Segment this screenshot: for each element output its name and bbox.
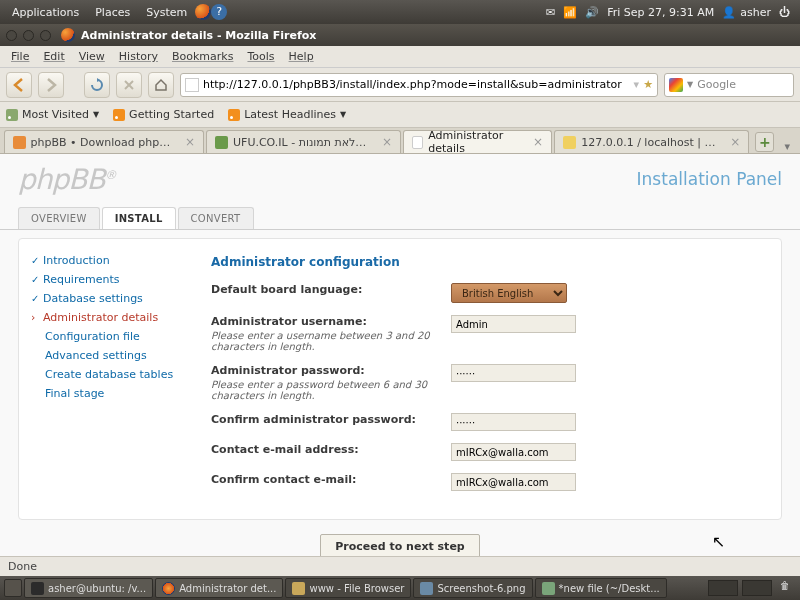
folder-icon [292, 582, 305, 595]
task-image-viewer[interactable]: Screenshot-6.png [413, 578, 532, 598]
bookmark-latest-headlines[interactable]: Latest Headlines▼ [228, 108, 346, 121]
site-favicon [215, 136, 228, 149]
system-tray: ✉ 📶 🔊 Fri Sep 27, 9:31 AM 👤asher ⏻ [546, 6, 796, 19]
forward-button[interactable] [38, 72, 64, 98]
network-icon[interactable]: 📶 [563, 6, 577, 19]
installation-panel-label: Installation Panel [637, 169, 782, 189]
gedit-icon [542, 582, 555, 595]
username-hint: Please enter a username between 3 and 20… [211, 330, 451, 352]
site-favicon [412, 136, 423, 149]
tabs-dropdown-button[interactable]: ▾ [778, 140, 796, 153]
password-input[interactable] [451, 364, 576, 382]
sidebar-item-advanced[interactable]: Advanced settings [19, 346, 189, 365]
new-tab-button[interactable]: + [755, 132, 774, 152]
confirm-password-input[interactable] [451, 413, 576, 431]
menu-edit[interactable]: Edit [36, 50, 71, 63]
email-input[interactable] [451, 443, 576, 461]
show-desktop-button[interactable] [4, 579, 22, 597]
close-icon[interactable]: × [730, 135, 740, 149]
menu-places[interactable]: Places [87, 6, 138, 19]
status-text: Done [8, 560, 37, 573]
tab-administrator-details[interactable]: Administrator details× [403, 130, 552, 153]
task-file-browser[interactable]: www - File Browser [285, 578, 411, 598]
phpbb-logo: phpBB® [18, 163, 116, 196]
mail-icon[interactable]: ✉ [546, 6, 555, 19]
firefox-launcher-icon[interactable] [195, 4, 211, 20]
home-button[interactable] [148, 72, 174, 98]
menu-history[interactable]: History [112, 50, 165, 63]
menu-view[interactable]: View [72, 50, 112, 63]
menu-tools[interactable]: Tools [240, 50, 281, 63]
menu-applications[interactable]: Applications [4, 6, 87, 19]
bookmark-most-visited[interactable]: Most Visited▼ [6, 108, 99, 121]
confirm-email-label: Confirm contact e-mail: [211, 473, 356, 486]
rss-icon [113, 109, 125, 121]
firefox-icon [162, 582, 175, 595]
username-input[interactable] [451, 315, 576, 333]
username-label: Administrator username: [211, 315, 367, 328]
firefox-menubar: File Edit View History Bookmarks Tools H… [0, 46, 800, 68]
feed-icon[interactable]: ▾ [634, 78, 640, 91]
sidebar-item-introduction[interactable]: Introduction [19, 251, 189, 270]
close-icon[interactable]: × [533, 135, 543, 149]
url-bar[interactable]: ▾ ★ [180, 73, 658, 97]
bookmark-getting-started[interactable]: Getting Started [113, 108, 214, 121]
menu-system[interactable]: System [138, 6, 195, 19]
image-icon [420, 582, 433, 595]
gnome-top-panel: Applications Places System ? ✉ 📶 🔊 Fri S… [0, 0, 800, 24]
task-firefox[interactable]: Administrator det... [155, 578, 283, 598]
window-max-button[interactable] [40, 30, 51, 41]
tab-phpbb-download[interactable]: phpBB • Download phpBB3× [4, 130, 204, 153]
tab-phpmyadmin[interactable]: 127.0.0.1 / localhost | php...× [554, 130, 749, 153]
lang-label: Default board language: [211, 283, 362, 296]
reload-button[interactable] [84, 72, 110, 98]
firefox-icon [61, 28, 75, 42]
help-launcher-icon[interactable]: ? [211, 4, 227, 20]
search-bar[interactable]: ▼ Google [664, 73, 794, 97]
power-icon[interactable]: ⏻ [779, 6, 790, 19]
lang-select[interactable]: British English [451, 283, 567, 303]
task-gedit[interactable]: *new file (~/Deskt... [535, 578, 667, 598]
tab-install[interactable]: INSTALL [102, 207, 176, 229]
proceed-button[interactable]: Proceed to next step [320, 534, 479, 556]
admin-config-form: Administrator configuration Default boar… [189, 239, 781, 519]
phpmyadmin-favicon [563, 136, 576, 149]
workspace-2[interactable] [742, 580, 772, 596]
sidebar-item-config-file[interactable]: Configuration file [19, 327, 189, 346]
search-placeholder: Google [697, 78, 736, 91]
bookmarks-toolbar: Most Visited▼ Getting Started Latest Hea… [0, 102, 800, 128]
trash-icon[interactable]: 🗑 [780, 580, 796, 596]
tab-overview[interactable]: OVERVIEW [18, 207, 100, 229]
sidebar-item-admin-details[interactable]: Administrator details [19, 308, 189, 327]
workspace-1[interactable] [708, 580, 738, 596]
task-terminal[interactable]: asher@ubuntu: /v... [24, 578, 153, 598]
menu-help[interactable]: Help [282, 50, 321, 63]
password-hint: Please enter a password between 6 and 30… [211, 379, 451, 401]
bookmark-star-icon[interactable]: ★ [643, 78, 653, 91]
stop-button[interactable] [116, 72, 142, 98]
tab-convert[interactable]: CONVERT [178, 207, 254, 229]
back-button[interactable] [6, 72, 32, 98]
window-close-button[interactable] [6, 30, 17, 41]
volume-icon[interactable]: 🔊 [585, 6, 599, 19]
close-icon[interactable]: × [382, 135, 392, 149]
close-icon[interactable]: × [185, 135, 195, 149]
clock[interactable]: Fri Sep 27, 9:31 AM [607, 6, 714, 19]
url-input[interactable] [203, 78, 630, 91]
page-content: phpBB® Installation Panel OVERVIEW INSTA… [0, 154, 800, 556]
sidebar-item-database[interactable]: Database settings [19, 289, 189, 308]
sidebar-item-create-tables[interactable]: Create database tables [19, 365, 189, 384]
confirm-password-label: Confirm administrator password: [211, 413, 416, 426]
password-label: Administrator password: [211, 364, 365, 377]
confirm-email-input[interactable] [451, 473, 576, 491]
user-indicator[interactable]: 👤asher [722, 6, 771, 19]
window-min-button[interactable] [23, 30, 34, 41]
terminal-icon [31, 582, 44, 595]
sidebar-item-requirements[interactable]: Requirements [19, 270, 189, 289]
tab-ufu[interactable]: UFU.CO.IL - העלאת תמונות ...× [206, 130, 401, 153]
menu-bookmarks[interactable]: Bookmarks [165, 50, 240, 63]
status-bar: Done [0, 556, 800, 576]
window-titlebar: Administrator details - Mozilla Firefox [0, 24, 800, 46]
menu-file[interactable]: File [4, 50, 36, 63]
sidebar-item-final[interactable]: Final stage [19, 384, 189, 403]
